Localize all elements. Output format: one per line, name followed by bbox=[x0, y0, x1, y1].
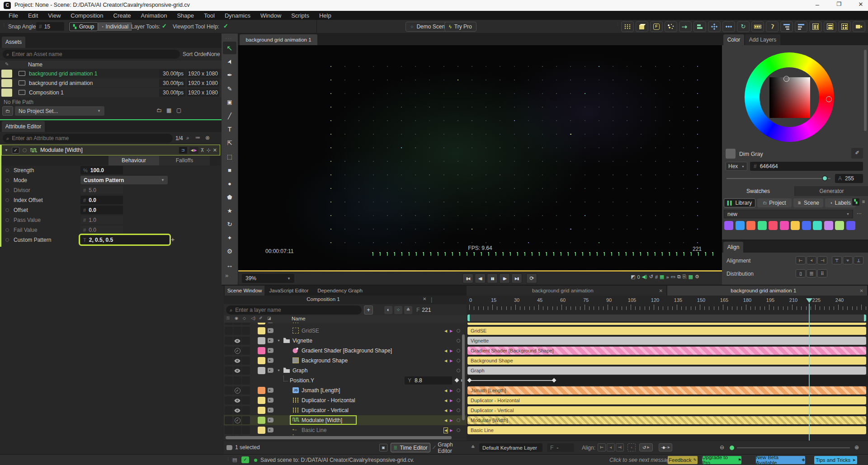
layer-tag-icon[interactable] bbox=[268, 348, 274, 353]
tools-overflow-button[interactable]: » bbox=[225, 272, 228, 279]
swatch-list-view-button[interactable]: ≡ bbox=[860, 198, 867, 206]
scatter-dots-icon[interactable] bbox=[665, 21, 677, 32]
console-icon[interactable]: ▤ bbox=[232, 457, 237, 463]
color-swatch[interactable] bbox=[780, 221, 789, 230]
pause-button[interactable]: ▮▮ bbox=[487, 273, 498, 283]
render-cell[interactable] bbox=[242, 416, 250, 424]
dots-row-icon[interactable] bbox=[722, 21, 735, 32]
layer-color-swatch[interactable] bbox=[258, 407, 265, 414]
menu-item-tool[interactable]: Tool bbox=[199, 12, 220, 19]
visibility-cell[interactable] bbox=[233, 426, 241, 434]
layer-color-swatch[interactable] bbox=[258, 397, 265, 404]
align-stack-icon[interactable] bbox=[693, 21, 706, 32]
project-film-icon[interactable]: ▦ bbox=[166, 107, 171, 113]
alpha-slider-handle[interactable] bbox=[822, 175, 828, 181]
sv-square[interactable] bbox=[769, 77, 810, 118]
tool-camera[interactable]: ▣ bbox=[223, 96, 236, 108]
timeline-tab-1[interactable]: background grid animation 1✕ bbox=[667, 286, 867, 296]
grid-cells-icon[interactable] bbox=[838, 21, 851, 32]
render-cell[interactable] bbox=[242, 426, 250, 434]
timeline-bar[interactable]: CircleOnGrid bbox=[467, 323, 866, 325]
layer-solo-circle[interactable] bbox=[457, 339, 460, 343]
lock-cell[interactable] bbox=[225, 426, 233, 434]
prev-key-flag-icon[interactable]: ◀ bbox=[444, 399, 447, 403]
zero-label[interactable]: 0 bbox=[637, 274, 640, 280]
project-set-dropdown[interactable]: No Project Set...▼ bbox=[15, 106, 104, 116]
add-layer-button[interactable]: + bbox=[364, 305, 373, 315]
hex-dropdown[interactable]: Hex▼ bbox=[726, 162, 747, 171]
layer-row[interactable]: Background Shape◀▶ bbox=[224, 356, 467, 366]
menu-item-window[interactable]: Window bbox=[255, 12, 286, 19]
keyframe-segment[interactable] bbox=[469, 380, 554, 381]
badge-tips-and-tricks[interactable]: Tips and Tricks➤ bbox=[814, 456, 857, 464]
rows-icon[interactable] bbox=[824, 21, 836, 32]
viewport-tab[interactable]: background grid animation 1 bbox=[240, 34, 317, 45]
layer-row[interactable]: ✓Modulate [Width]◀▶ bbox=[224, 415, 467, 425]
next-key-flag-icon[interactable]: ▶ bbox=[450, 359, 453, 363]
param-input[interactable]: #1.0 bbox=[80, 216, 123, 224]
next-key-flag-icon[interactable]: ▶ bbox=[450, 409, 453, 413]
eyedropper-button[interactable]: ✐ bbox=[851, 148, 863, 159]
tool-polygon[interactable]: ⬟ bbox=[223, 191, 236, 203]
layer-row[interactable]: ▼Vignette bbox=[224, 336, 467, 346]
columns-icon[interactable] bbox=[809, 21, 822, 32]
layer-tag-icon[interactable] bbox=[268, 427, 274, 432]
messages-badge[interactable]: ✓ bbox=[241, 456, 249, 463]
cube-icon[interactable] bbox=[636, 21, 648, 32]
filter-visible-icon[interactable]: ◐ bbox=[384, 306, 392, 314]
default-keyframe-layer-dropdown[interactable]: Default Keyframe Layer bbox=[479, 443, 542, 452]
layer-row[interactable]: ✓JSJsmath [Length]◀▶ bbox=[224, 385, 467, 395]
work-area-start-handle[interactable] bbox=[467, 315, 470, 321]
color-swatch[interactable] bbox=[758, 221, 767, 230]
visibility-cell[interactable] bbox=[233, 366, 241, 375]
distribute-1-button[interactable]: ☰ bbox=[807, 269, 816, 277]
close-tab-icon[interactable]: ✕ bbox=[860, 288, 863, 293]
visibility-cell[interactable] bbox=[233, 396, 241, 404]
lasso-mini-icon[interactable]: ↺ bbox=[649, 274, 653, 280]
bend-tool-icon[interactable]: ⅂ bbox=[766, 21, 778, 32]
layer-solo-circle[interactable] bbox=[457, 359, 460, 362]
timeline-bar[interactable]: Duplicator - Horizontal bbox=[467, 396, 866, 404]
layer-tag-icon[interactable] bbox=[268, 398, 274, 403]
minimize-button[interactable]: – bbox=[811, 1, 824, 10]
param-input[interactable]: #5.0 bbox=[80, 186, 123, 194]
align-v-1-button[interactable]: ⫟ bbox=[843, 256, 853, 264]
render-cell[interactable] bbox=[242, 376, 250, 385]
audio-icon[interactable]: ◀) bbox=[642, 274, 647, 280]
tab-javascript-editor[interactable]: JavaScript Editor bbox=[265, 286, 312, 296]
param-connect-dot[interactable] bbox=[5, 198, 9, 202]
lock-cell[interactable] bbox=[225, 323, 233, 325]
distribute-0-button[interactable]: ▯ bbox=[796, 269, 806, 277]
color-swatch[interactable] bbox=[736, 221, 745, 230]
menu-item-dynamics[interactable]: Dynamics bbox=[220, 12, 255, 19]
visibility-cell[interactable] bbox=[233, 323, 241, 325]
tool-arc[interactable]: ↻ bbox=[223, 218, 236, 230]
layer-tag-icon[interactable] bbox=[268, 338, 274, 343]
zoom-out-icon[interactable]: ⊖ bbox=[720, 444, 724, 451]
visibility-cell[interactable] bbox=[233, 327, 241, 335]
tab-dependency-graph[interactable]: Dependency Graph bbox=[313, 286, 367, 296]
menu-item-help[interactable]: Help bbox=[314, 12, 336, 19]
asset-color-swatch[interactable] bbox=[1, 89, 12, 97]
tool-pencil[interactable]: ✎ bbox=[223, 82, 236, 95]
tool-ellipse[interactable]: ● bbox=[223, 177, 236, 190]
tl-align-0-button[interactable]: ⊢ bbox=[598, 443, 606, 451]
close-tab-icon[interactable]: ✕ bbox=[659, 288, 663, 293]
menu-item-shape[interactable]: Shape bbox=[172, 12, 199, 19]
next-key-flag-icon[interactable]: ▶ bbox=[450, 418, 453, 423]
swatch-grid-view-button[interactable]: ▚ bbox=[852, 198, 859, 206]
asset-color-swatch[interactable] bbox=[1, 79, 12, 87]
layer-color-swatch[interactable] bbox=[258, 367, 265, 374]
individual-button[interactable]: ▪Individual bbox=[98, 22, 132, 31]
layer-color-swatch[interactable] bbox=[258, 337, 265, 344]
timeline-tab-0[interactable]: background grid animation✕ bbox=[467, 286, 666, 296]
timeline-bar[interactable]: GridSE bbox=[467, 327, 866, 335]
asset-row[interactable]: Composition 130.00fps1920 x 1080 bbox=[0, 88, 222, 97]
render-cell[interactable] bbox=[242, 347, 250, 355]
layer-tag-icon[interactable] bbox=[268, 328, 274, 333]
tab-generator[interactable]: Generator bbox=[795, 186, 868, 196]
timeline-zoom-track[interactable] bbox=[737, 447, 850, 448]
visibility-cell[interactable] bbox=[233, 376, 241, 385]
timeline-bar[interactable]: Jsmath [Length] bbox=[467, 386, 866, 395]
tool-marquee[interactable]: ⬚ bbox=[223, 150, 236, 163]
